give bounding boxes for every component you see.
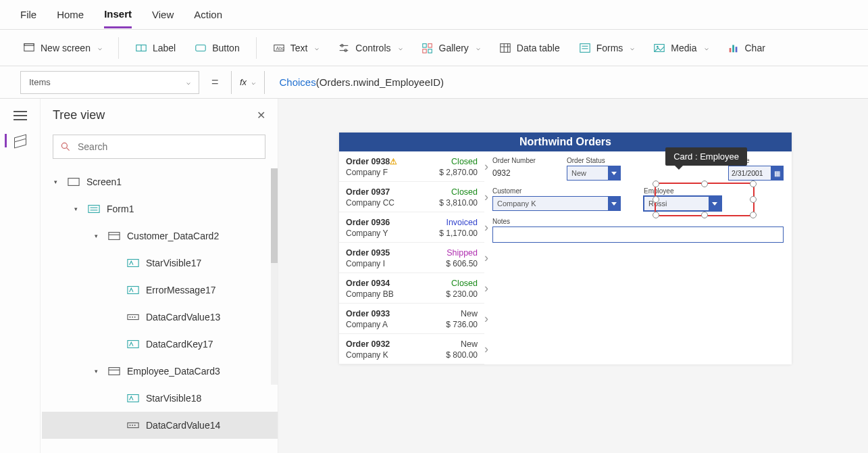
controls-icon [338, 42, 350, 54]
chart-button[interactable]: Char [725, 38, 768, 58]
order-number-value: 0932 [492, 166, 553, 181]
button-button[interactable]: Button [192, 38, 242, 58]
label-button[interactable]: Label [132, 38, 178, 58]
tree-node-datacardvalue14[interactable]: DataCardValue14 [42, 412, 278, 439]
svg-rect-33 [109, 233, 120, 240]
forms-label: Forms [596, 43, 623, 53]
resize-handle[interactable] [701, 212, 708, 218]
resize-handle[interactable] [750, 212, 757, 218]
order-gallery-item[interactable]: Order 0934ClosedCompany BB$ 230.00› [339, 273, 484, 304]
resize-handle[interactable] [653, 212, 659, 218]
order-gallery-item[interactable]: Order 0935ShippedCompany I$ 606.50› [339, 243, 484, 273]
close-icon[interactable]: ✕ [257, 109, 265, 122]
order-gallery-item[interactable]: Order 0932NewCompany K$ 800.00› [339, 334, 484, 364]
dropdown-icon [126, 420, 141, 431]
order-gallery-item[interactable]: Order 0938⚠ClosedCompany F$ 2,870.00› [339, 151, 484, 182]
paid-date-input[interactable]: 2/31/2001▦ [728, 166, 784, 181]
resize-handle[interactable] [701, 181, 708, 187]
formula-input[interactable]: Choices(Orders.nwind_EmployeeID) [273, 76, 848, 89]
svg-rect-29 [68, 178, 79, 186]
tree-node-employee-card[interactable]: Employee_DataCard3 [42, 358, 278, 385]
separator [256, 37, 257, 59]
svg-point-46 [130, 425, 131, 426]
search-input[interactable] [78, 141, 258, 152]
order-status-select[interactable]: New [567, 166, 621, 181]
tree-scrollbar[interactable] [271, 168, 278, 385]
tree-node-starvisible18[interactable]: StarVisible18 [42, 385, 278, 412]
svg-line-28 [67, 148, 70, 151]
controls-button[interactable]: Controls ⌵ [335, 38, 405, 58]
calendar-icon: ▦ [771, 166, 783, 180]
order-gallery-item[interactable]: Order 0937ClosedCompany CC$ 3,810.00› [339, 182, 484, 212]
media-button[interactable]: Media ⌵ [650, 38, 711, 58]
svg-rect-19 [580, 43, 589, 52]
svg-point-48 [134, 425, 136, 426]
data-table-button[interactable]: Data table [496, 38, 563, 58]
resize-handle[interactable] [750, 181, 757, 187]
chevron-down-icon: ⌵ [399, 44, 403, 51]
screen-icon [23, 42, 35, 54]
svg-point-38 [130, 316, 131, 318]
node-label: Customer_DataCard2 [127, 231, 219, 241]
property-dropdown[interactable]: Items ⌵ [20, 71, 199, 94]
svg-rect-30 [88, 206, 99, 213]
hamburger-icon[interactable] [14, 111, 27, 120]
equals-sign: = [207, 75, 223, 89]
tree-node-starvisible17[interactable]: StarVisible17 [42, 249, 278, 277]
separator [118, 37, 119, 59]
tree-node-datacardkey17[interactable]: DataCardKey17 [42, 331, 278, 358]
order-gallery-item[interactable]: Order 0933NewCompany A$ 736.00› [339, 304, 484, 334]
svg-rect-25 [732, 45, 734, 52]
tree-search[interactable] [53, 135, 265, 159]
notes-label: Notes [492, 218, 784, 225]
expand-toggle[interactable] [54, 178, 61, 185]
expand-toggle[interactable] [95, 368, 101, 375]
orders-gallery[interactable]: Order 0938⚠ClosedCompany F$ 2,870.00›Ord… [339, 151, 484, 364]
chevron-down-icon: ⌵ [315, 44, 319, 51]
svg-point-23 [657, 45, 659, 47]
tree-node-datacardvalue13[interactable]: DataCardValue13 [42, 304, 278, 331]
chart-label: Char [745, 43, 765, 53]
forms-button[interactable]: Forms ⌵ [576, 38, 638, 58]
tree-view-title: Tree view [53, 108, 105, 122]
order-gallery-item[interactable]: Order 0936InvoicedCompany Y$ 1,170.00› [339, 212, 484, 243]
tree-node-screen1[interactable]: Screen1 [42, 168, 278, 195]
design-canvas[interactable]: Northwind Orders Order 0938⚠ClosedCompan… [278, 99, 868, 453]
selection-outline[interactable] [655, 183, 755, 216]
gallery-button[interactable]: Gallery ⌵ [419, 38, 483, 58]
node-label: StarVisible18 [146, 393, 201, 404]
menu-home[interactable]: Home [57, 2, 84, 27]
tree-node-form1[interactable]: Form1 [42, 195, 278, 222]
form-icon [86, 204, 101, 214]
new-screen-button[interactable]: New screen ⌵ [20, 38, 105, 58]
top-menu-bar: File Home Insert View Action [0, 0, 868, 30]
menu-view[interactable]: View [152, 2, 174, 27]
menu-file[interactable]: File [20, 2, 36, 27]
gallery-icon [422, 42, 434, 54]
menu-insert[interactable]: Insert [104, 1, 132, 28]
screen-icon [66, 176, 81, 187]
notes-input[interactable] [492, 226, 784, 243]
tree-node-customer-card[interactable]: Customer_DataCard2 [42, 222, 278, 249]
chevron-down-icon: ⌵ [251, 78, 255, 86]
expand-toggle[interactable] [95, 233, 101, 239]
fx-button[interactable]: fx⌵ [231, 71, 265, 94]
button-icon [195, 42, 207, 54]
new-screen-label: New screen [41, 43, 91, 53]
property-name: Items [29, 77, 51, 87]
text-label: Text [290, 43, 308, 53]
customer-select[interactable]: Company K [492, 196, 621, 211]
tree-node-errormessage17[interactable]: ErrorMessage17 [42, 277, 278, 304]
resize-handle[interactable] [750, 196, 757, 203]
svg-point-40 [134, 316, 136, 318]
menu-action[interactable]: Action [194, 2, 222, 27]
layers-icon[interactable] [5, 134, 27, 147]
media-label: Media [671, 43, 696, 53]
expand-toggle[interactable] [74, 206, 81, 212]
text-button[interactable]: Abc Text ⌵ [270, 38, 322, 58]
node-label: DataCardValue13 [146, 312, 220, 323]
resize-handle[interactable] [653, 181, 659, 187]
card-icon [107, 366, 122, 377]
chevron-down-icon: ⌵ [630, 44, 634, 51]
resize-handle[interactable] [653, 196, 659, 203]
